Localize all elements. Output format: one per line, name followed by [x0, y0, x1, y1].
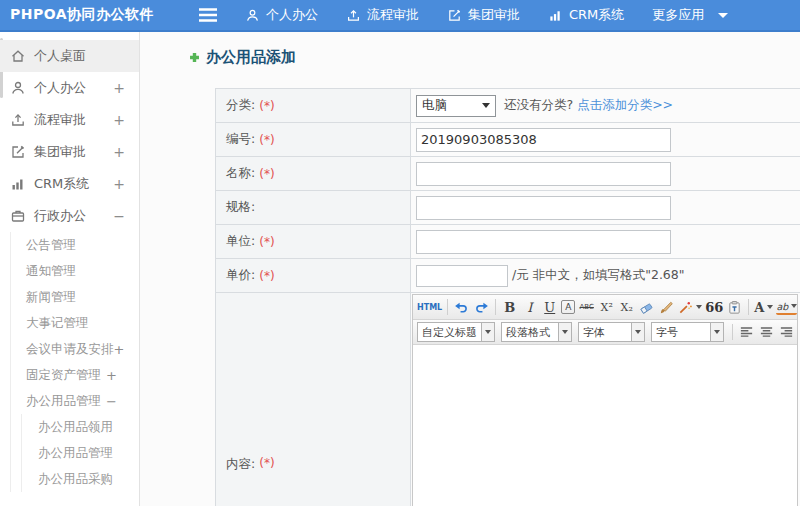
autotypeset-icon — [678, 300, 693, 315]
dropdown-caret-icon — [791, 304, 797, 308]
italic-button[interactable]: I — [521, 298, 538, 317]
sidebar-item-news-mgmt[interactable]: 新闻管理 — [0, 284, 139, 310]
autotypeset-icon[interactable] — [678, 298, 702, 317]
expand-toggle[interactable]: + — [114, 342, 125, 357]
expand-toggle[interactable]: + — [113, 176, 125, 192]
nav-item-workflow-approval[interactable]: 流程审批 — [346, 6, 419, 24]
expand-toggle[interactable]: + — [113, 144, 125, 160]
paste-word-icon[interactable] — [726, 298, 743, 317]
form-row-category: 分类: (*) 电脑 还没有分类? 点击添加分类>> — [216, 89, 800, 123]
sidebar-item-label: 新闻管理 — [26, 289, 76, 306]
align-left-button[interactable] — [738, 323, 755, 342]
align-right-icon — [779, 325, 794, 340]
expand-toggle[interactable]: + — [106, 368, 117, 383]
eraser-icon[interactable] — [638, 298, 655, 317]
main-content: 办公用品添加 分类: (*) 电脑 还没有分类? 点击添加分类>> 编号: (*… — [140, 32, 800, 506]
nav-item-crm-system[interactable]: CRM系统 — [548, 6, 624, 24]
eraser-icon — [639, 300, 654, 315]
nav-item-label: 流程审批 — [367, 6, 419, 24]
form-row-name: 名称: (*) — [216, 157, 800, 191]
sidebar-item-meeting-request[interactable]: 会议申请及安排+ — [0, 336, 139, 362]
subscript-button-label: X₂ — [621, 301, 633, 314]
back-color-button[interactable]: ab — [776, 300, 797, 315]
font-size-select[interactable]: 字号 — [651, 322, 724, 342]
superscript-button[interactable]: X² — [598, 298, 615, 317]
align-right-button[interactable] — [778, 323, 795, 342]
code-input[interactable] — [416, 128, 671, 152]
sidebar-item-notice-mgmt[interactable]: 通知管理 — [0, 258, 139, 284]
nav-item-group-approval[interactable]: 集团审批 — [447, 6, 520, 24]
add-category-link[interactable]: 点击添加分类>> — [577, 97, 673, 114]
sidebar-item-label: 办公用品采购 — [38, 471, 113, 488]
expand-toggle[interactable]: + — [113, 80, 125, 96]
redo-icon[interactable] — [473, 298, 490, 317]
expand-toggle[interactable]: − — [113, 208, 125, 224]
hamburger-menu-icon[interactable] — [197, 7, 219, 23]
required-mark: (*) — [259, 99, 274, 113]
align-center-button[interactable] — [758, 323, 775, 342]
sidebar-item-label: 办公用品管理 — [26, 393, 101, 410]
subscript-button[interactable]: X₂ — [618, 298, 635, 317]
edit-icon — [10, 144, 26, 160]
user-icon — [10, 80, 26, 96]
dropdown-caret-icon — [631, 323, 644, 341]
sidebar-item-office-supplies-manage[interactable]: 办公用品管理 — [0, 440, 139, 466]
toolbar-separator — [748, 299, 749, 315]
user-icon — [245, 8, 260, 23]
sidebar-item-admin-office[interactable]: 行政办公− — [0, 200, 139, 232]
nav-item-label: 个人办公 — [266, 6, 318, 24]
home-icon — [10, 48, 26, 64]
font-family-select[interactable]: 字体 — [578, 322, 645, 342]
workflow-icon — [10, 112, 26, 128]
category-select[interactable]: 电脑 — [416, 95, 496, 117]
expand-toggle[interactable]: − — [106, 394, 117, 409]
nav-item-personal-office[interactable]: 个人办公 — [245, 6, 318, 24]
italic-button-label: I — [527, 300, 532, 315]
unit-input[interactable] — [416, 230, 671, 254]
sidebar-item-fixed-assets-mgmt[interactable]: 固定资产管理+ — [0, 362, 139, 388]
chart-icon — [548, 8, 563, 23]
sidebar-item-office-supplies-borrow[interactable]: 办公用品领用 — [0, 414, 139, 440]
editor-toolbar-row1: HTMLBIUAABCX²X₂66Aab — [413, 295, 797, 320]
sidebar-item-group-approval[interactable]: 集团审批+ — [0, 136, 139, 168]
sidebar-item-office-supplies-mgmt[interactable]: 办公用品管理− — [0, 388, 139, 414]
sidebar-item-announcement-mgmt[interactable]: 公告管理 — [0, 232, 139, 258]
sidebar-item-crm-system[interactable]: CRM系统+ — [0, 168, 139, 200]
expand-toggle[interactable]: + — [113, 112, 125, 128]
bold-button[interactable]: B — [501, 298, 518, 317]
nav-item-label: CRM系统 — [569, 6, 624, 24]
sidebar-item-workflow-approval[interactable]: 流程审批+ — [0, 104, 139, 136]
page-title-text: 办公用品添加 — [206, 48, 296, 67]
bold-button-label: B — [504, 300, 515, 315]
sidebar-item-personal-desktop[interactable]: 个人桌面 — [0, 40, 139, 72]
underline-button[interactable]: U — [541, 298, 558, 317]
undo-icon[interactable] — [453, 298, 470, 317]
format-painter-icon[interactable] — [658, 298, 675, 317]
dropdown-caret-icon — [710, 323, 723, 341]
paragraph-select[interactable]: 段落格式 — [501, 322, 572, 342]
top-nav: 个人办公流程审批集团审批CRM系统更多应用 — [245, 6, 728, 24]
char-border-button[interactable]: A — [561, 300, 575, 314]
editor-content-area[interactable] — [413, 345, 797, 506]
nav-item-more-apps[interactable]: 更多应用 — [652, 6, 728, 24]
blockquote-button[interactable]: 66 — [705, 298, 723, 317]
price-input[interactable] — [416, 265, 508, 287]
form-row-code: 编号: (*) — [216, 123, 800, 157]
font-color-button[interactable]: A — [754, 298, 773, 317]
sidebar-item-personal-office[interactable]: 个人办公+ — [0, 72, 139, 104]
spec-input[interactable] — [416, 196, 671, 220]
sidebar-item-memorabilia-mgmt[interactable]: 大事记管理 — [0, 310, 139, 336]
dropdown-caret-icon — [558, 323, 571, 341]
dropdown-caret-icon — [696, 305, 702, 309]
strikethrough-button[interactable]: ABC — [578, 298, 595, 317]
source-code-button[interactable]: HTML — [417, 298, 442, 317]
editor-toolbar-row2: 自定义标题段落格式字体字号 — [413, 320, 797, 345]
price-label: 单价: — [226, 267, 255, 284]
sidebar-item-office-supplies-purchase[interactable]: 办公用品采购 — [0, 466, 139, 492]
sidebar-item-label: 行政办公 — [34, 207, 86, 225]
form-row-price: 单价: (*) /元 非中文，如填写格式"2.68" — [216, 259, 800, 293]
name-input[interactable] — [416, 162, 671, 186]
custom-title-select[interactable]: 自定义标题 — [417, 322, 495, 342]
nav-item-label: 集团审批 — [468, 6, 520, 24]
nav-item-label: 更多应用 — [652, 6, 704, 24]
